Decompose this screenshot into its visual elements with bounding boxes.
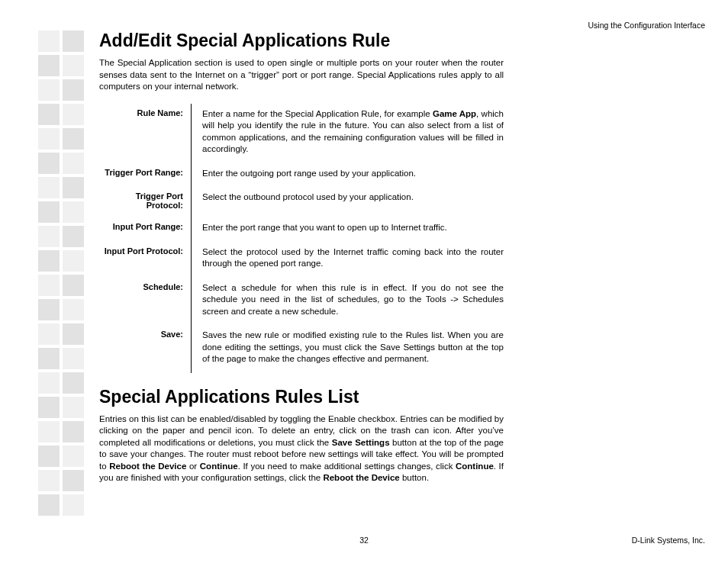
definition-row: Trigger Port Range:Enter the outgoing po… [99, 163, 504, 188]
definition-label: Schedule: [99, 278, 192, 326]
definition-value: Select the outbound protocol used by you… [192, 187, 504, 217]
section-intro: The Special Application section is used … [99, 57, 504, 93]
definition-row: Save:Saves the new rule or modified exis… [99, 325, 504, 373]
definition-value: Select a schedule for when this rule is … [192, 278, 504, 326]
footer-company: D-Link Systems, Inc. [632, 536, 705, 545]
section-title-2: Special Applications Rules List [99, 387, 504, 407]
header-breadcrumb: Using the Configuration Interface [588, 21, 705, 30]
definition-value: Enter the outgoing port range used by yo… [192, 163, 504, 188]
definition-row: Input Port Range:Enter the port range th… [99, 217, 504, 242]
definition-value: Select the protocol used by the Internet… [192, 242, 504, 278]
definition-label: Input Port Range: [99, 217, 192, 242]
definitions-table: Rule Name:Enter a name for the Special A… [99, 104, 504, 373]
section-title: Add/Edit Special Applications Rule [99, 31, 504, 51]
definition-value: Enter the port range that you want to op… [192, 217, 504, 242]
definition-row: Rule Name:Enter a name for the Special A… [99, 104, 504, 163]
section-rules-list: Special Applications Rules List Entries … [99, 387, 504, 484]
definition-value: Enter a name for the Special Application… [192, 104, 504, 163]
rules-list-paragraph: Entries on this list can be enabled/disa… [99, 413, 504, 484]
definition-label: Input Port Protocol: [99, 242, 192, 278]
definition-label: Trigger Port Range: [99, 163, 192, 188]
decorative-margin [38, 31, 84, 519]
definition-row: Schedule:Select a schedule for when this… [99, 278, 504, 326]
definition-label: Trigger Port Protocol: [99, 187, 192, 217]
definition-label: Save: [99, 325, 192, 373]
page-number: 32 [0, 536, 728, 545]
main-content: Add/Edit Special Applications Rule The S… [99, 31, 504, 484]
definition-value: Saves the new rule or modified existing … [192, 325, 504, 373]
page: Using the Configuration Interface Add/Ed… [0, 0, 728, 563]
definition-label: Rule Name: [99, 104, 192, 163]
definition-row: Trigger Port Protocol:Select the outboun… [99, 187, 504, 217]
definition-row: Input Port Protocol:Select the protocol … [99, 242, 504, 278]
